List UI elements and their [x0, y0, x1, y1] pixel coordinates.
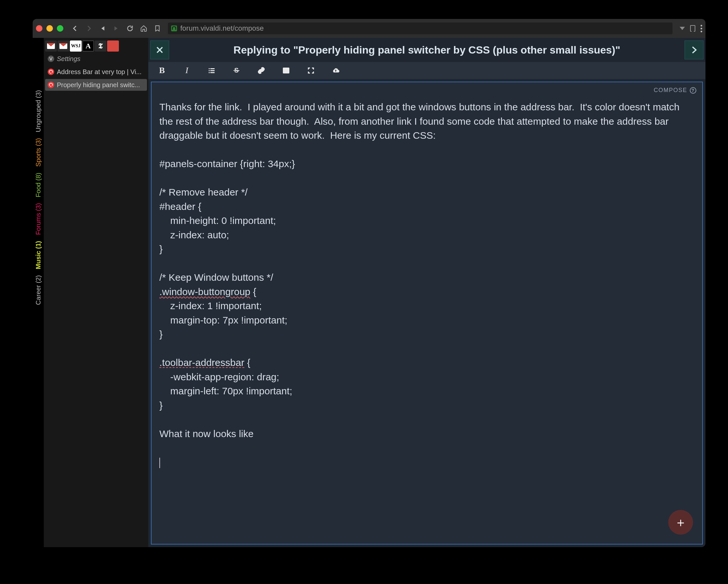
dropdown-icon[interactable]: [680, 27, 685, 30]
composer-title: Replying to "Properly hiding panel switc…: [171, 44, 683, 56]
svg-rect-4: [209, 70, 210, 71]
svg-rect-7: [210, 72, 214, 73]
editor-line: {: [244, 357, 250, 368]
menu-button[interactable]: [701, 25, 702, 32]
editor-line: .toolbar-addressbar: [159, 357, 244, 368]
tab-addressbar-top[interactable]: Address Bar at very top | Vi...: [45, 66, 147, 78]
submit-button[interactable]: [684, 41, 703, 59]
lock-icon: [171, 25, 177, 31]
pinned-tab-atlantic[interactable]: A: [82, 41, 94, 52]
reload-button[interactable]: [124, 23, 136, 34]
bookmark-button[interactable]: [152, 23, 163, 34]
rewind-button[interactable]: [97, 23, 108, 34]
tab-hiding-panel[interactable]: Properly hiding panel switc...: [45, 79, 147, 91]
reader-icon[interactable]: [690, 25, 695, 32]
image-button[interactable]: [282, 66, 291, 75]
url-text: forum.vivaldi.net/compose: [180, 24, 264, 33]
minimize-window-button[interactable]: [46, 25, 53, 32]
page-content: Replying to "Properly hiding panel switc…: [148, 38, 705, 547]
strike-button[interactable]: S: [232, 66, 241, 75]
pinned-tabs: WSJ A 𝕿: [44, 39, 148, 52]
group-food[interactable]: Food (8): [35, 173, 42, 197]
list-button[interactable]: [207, 66, 216, 75]
format-toolbar: B I S: [148, 62, 705, 79]
svg-rect-2: [209, 68, 210, 69]
editor-line: min-height: 0 !important;: [159, 215, 276, 226]
composer-header: Replying to "Properly hiding panel switc…: [148, 38, 705, 62]
main-area: Ungrouped (3) Sports (3) Food (8) Forums…: [33, 38, 705, 547]
close-window-button[interactable]: [36, 25, 43, 32]
fab-add-button[interactable]: ＋: [668, 510, 693, 535]
group-sports[interactable]: Sports (3): [35, 138, 42, 167]
address-bar[interactable]: forum.vivaldi.net/compose: [168, 23, 673, 34]
editor-line: /* Keep Window buttons */: [159, 272, 274, 283]
group-ungrouped[interactable]: Ungrouped (3): [35, 90, 42, 132]
browser-window: forum.vivaldi.net/compose Ungrouped (3) …: [33, 19, 705, 547]
tab-label: Settings: [57, 55, 80, 63]
editor-line: z-index: auto;: [159, 230, 229, 240]
tab-sidebar: WSJ A 𝕿 V Settings Address Bar at very t…: [44, 38, 148, 547]
vivaldi-icon: V: [48, 55, 54, 62]
editor-line: }: [159, 243, 163, 254]
tab-label: Properly hiding panel switc...: [57, 81, 140, 89]
compose-editor[interactable]: Thanks for the link. I played around wit…: [152, 82, 702, 544]
vivaldi-forum-icon: [48, 82, 54, 88]
tab-label: Address Bar at very top | Vi...: [57, 68, 141, 76]
pinned-tab-nyt[interactable]: 𝕿: [95, 41, 106, 52]
tab-settings[interactable]: V Settings: [45, 53, 147, 64]
home-button[interactable]: [138, 23, 150, 34]
editor-line: /* Remove header */: [159, 187, 248, 197]
upload-button[interactable]: [331, 66, 340, 75]
zen-button[interactable]: [306, 66, 315, 75]
editor-line: #header {: [159, 201, 201, 212]
link-button[interactable]: [257, 66, 266, 75]
editor-line: margin-left: 70px !important;: [159, 386, 292, 396]
tab-group-gutter: Ungrouped (3) Sports (3) Food (8) Forums…: [33, 38, 44, 547]
editor-line: }: [159, 400, 163, 411]
editor-line: z-index: 1 !important;: [159, 300, 262, 311]
editor-line: Thanks for the link. I played around wit…: [159, 102, 682, 141]
editor-line: -webkit-app-region: drag;: [159, 371, 279, 382]
editor-line: }: [159, 329, 163, 340]
group-music[interactable]: Music (1): [35, 241, 42, 269]
nav-back-button[interactable]: [69, 23, 81, 34]
pinned-tab-red[interactable]: [107, 41, 119, 52]
text-caret: [159, 458, 160, 468]
pinned-tab-gmail-2[interactable]: [57, 41, 69, 52]
nav-forward-button[interactable]: [83, 23, 95, 34]
pinned-tab-gmail-1[interactable]: [45, 41, 57, 52]
editor-line: .window-buttongroup: [159, 286, 251, 297]
window-controls: [36, 25, 63, 32]
svg-rect-5: [210, 70, 214, 71]
compose-label: COMPOSE ?: [653, 87, 696, 94]
discard-button[interactable]: [150, 41, 169, 59]
editor-line: {: [251, 286, 256, 297]
help-icon[interactable]: ?: [690, 87, 696, 94]
editor-container: COMPOSE ? Thanks for the link. I played …: [151, 82, 703, 545]
compose-text: COMPOSE: [653, 87, 687, 94]
maximize-window-button[interactable]: [57, 25, 63, 32]
editor-line: margin-top: 7px !important;: [159, 315, 287, 325]
group-forums[interactable]: Forums (3): [35, 203, 42, 235]
svg-rect-3: [210, 68, 214, 69]
editor-line: #panels-container {right: 34px;}: [159, 158, 295, 169]
editor-line: What it now looks like: [159, 428, 254, 439]
bold-button[interactable]: B: [157, 66, 166, 75]
toolbar: forum.vivaldi.net/compose: [33, 19, 705, 38]
vivaldi-forum-icon: [48, 69, 54, 75]
fastforward-button[interactable]: [110, 23, 122, 34]
pinned-tab-wsj[interactable]: WSJ: [70, 41, 82, 52]
italic-button[interactable]: I: [182, 66, 191, 75]
group-career[interactable]: Career (2): [35, 275, 42, 305]
svg-rect-6: [209, 72, 210, 73]
toolbar-right: [680, 25, 702, 32]
